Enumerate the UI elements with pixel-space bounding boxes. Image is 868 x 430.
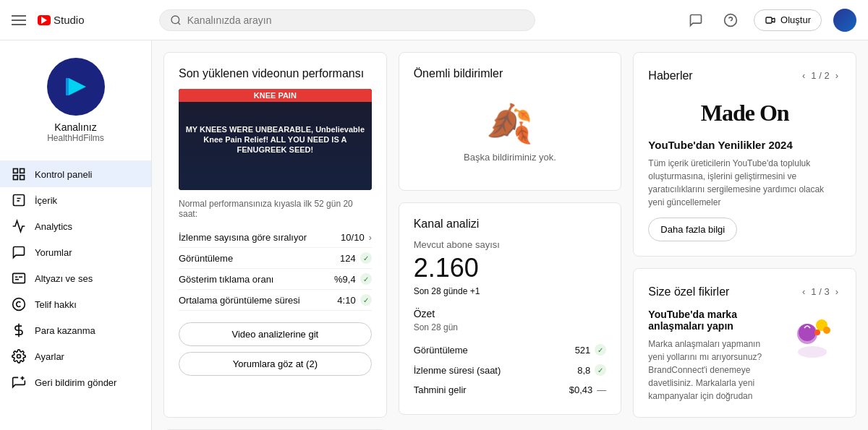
subtitles-icon (12, 271, 26, 285)
summary-status-0: ✓ (595, 344, 606, 356)
sidebar-item-feedback[interactable]: Geri bildirim gönder (0, 369, 151, 395)
help-icon[interactable] (719, 9, 742, 32)
sidebar-item-settings[interactable]: Ayarlar (0, 343, 151, 369)
subscriber-label: Mevcut abone sayısı (414, 239, 607, 250)
app-layout: Kanalınız HealthHdFilms Kontrol paneliİç… (0, 0, 868, 430)
perf-row-3: Ortalama görüntüleme süresi 4:10 ✓ (179, 290, 372, 311)
news-more-button[interactable]: Daha fazla bilgi (648, 218, 737, 241)
studio-text: Studio (54, 14, 85, 26)
header: Studio Oluştur (0, 0, 868, 40)
feedback-icon (12, 375, 26, 390)
logo: Studio (38, 14, 85, 26)
ideas-title: Size özel fikirler (648, 285, 799, 298)
comments-btn[interactable]: Yorumlara göz at (2) (179, 352, 372, 376)
video-title-overlay: MY KNEES WERE UNBEARABLE, Unbelievable K… (179, 121, 372, 158)
status-green-icon-3: ✓ (360, 294, 372, 306)
svg-rect-6 (20, 169, 25, 173)
notif-empty-text: Başka bildiriminiz yok. (464, 152, 556, 163)
news-body: Tüm içerik üreticilerin YouTube'da toplu… (648, 157, 841, 209)
perf-value-2: %9,4 (334, 274, 356, 285)
sidebar-item-monetization[interactable]: Para kazanma (0, 317, 151, 343)
channel-name: Kanalınız (54, 121, 96, 133)
user-avatar[interactable] (833, 9, 856, 32)
news-next-button[interactable]: › (833, 67, 841, 84)
dashboard-icon (12, 167, 26, 181)
sidebar-label-settings: Ayarlar (35, 351, 64, 362)
create-label: Oluştur (780, 14, 811, 25)
perf-label-2: Gösterim tıklama oranı (179, 274, 334, 285)
perf-value-0: 10/10 (341, 232, 365, 243)
summary-status-1: ✓ (595, 364, 606, 376)
summary-row-1: İzlenme süresi (saat) 8,8 ✓ (414, 360, 607, 380)
svg-rect-5 (14, 169, 18, 173)
perf-row-2: Gösterim tıklama oranı %9,4 ✓ (179, 269, 372, 290)
svg-point-23 (823, 327, 830, 334)
perf-label-3: Ortalama görüntüleme süresi (179, 295, 337, 306)
svg-point-19 (798, 346, 827, 358)
sidebar-label-content: İçerik (35, 195, 57, 206)
svg-point-0 (171, 16, 179, 24)
comments-icon (12, 245, 26, 259)
sidebar-item-dashboard[interactable]: Kontrol paneli (0, 161, 151, 187)
subscriber-change: Son 28 günde +1 (414, 286, 607, 296)
chevron-right-icon: › (369, 233, 372, 243)
create-button[interactable]: Oluştur (754, 9, 822, 31)
ideas-content: YouTube'da marka anlaşmaları yapın Marka… (648, 309, 841, 403)
comments-icon[interactable] (684, 9, 707, 32)
channel-avatar (47, 58, 105, 116)
right-column: Haberler ‹ 1 / 2 › Made On YouTube'dan Y… (633, 52, 856, 418)
perf-value-1: 124 (340, 253, 356, 264)
news-card: Haberler ‹ 1 / 2 › Made On YouTube'dan Y… (633, 52, 856, 257)
ideas-card: Size özel fikirler ‹ 1 / 3 › YouTube'da … (633, 268, 856, 418)
ideas-text: YouTube'da marka anlaşmaları yapın Marka… (648, 309, 775, 403)
perf-row-1: Görüntüleme 124 ✓ (179, 248, 372, 269)
ideas-header: Size özel fikirler ‹ 1 / 3 › (648, 283, 841, 300)
sidebar-label-subtitles: Altyazı ve ses (35, 273, 93, 284)
news-header: Haberler ‹ 1 / 2 › (648, 67, 841, 84)
sidebar: Kanalınız HealthHdFilms Kontrol paneliİç… (0, 40, 152, 430)
svg-rect-7 (20, 176, 25, 180)
svg-rect-8 (14, 176, 18, 180)
ideas-headline: YouTube'da marka anlaşmaları yapın (648, 309, 775, 332)
svg-marker-3 (69, 78, 86, 95)
sidebar-label-feedback: Geri bildirim gönder (35, 377, 116, 388)
sidebar-item-copyright[interactable]: Telif hakkı (0, 291, 151, 317)
sidebar-item-content[interactable]: İçerik (0, 187, 151, 213)
ideas-prev-button[interactable]: ‹ (799, 283, 808, 300)
video-thumbnail[interactable]: KNEE PAIN MY KNEES WERE UNBEARABLE, Unbe… (179, 89, 372, 190)
menu-button[interactable] (12, 15, 26, 25)
yt-play-icon (41, 17, 47, 24)
svg-point-24 (814, 330, 820, 335)
middle-column: Önemli bildirimler 🍂 Başka bildiriminiz … (399, 52, 622, 418)
summary-value-0: 521 (575, 345, 591, 356)
analytics-btn[interactable]: Video analizlerine git (179, 322, 372, 346)
news-headline: YouTube'dan Yenilikler 2024 (648, 139, 841, 151)
svg-rect-10 (13, 273, 25, 283)
made-on-logo: Made On (701, 100, 789, 126)
nav-container: Kontrol paneliİçerikAnalyticsYorumlarAlt… (0, 161, 151, 395)
notifications-title: Önemli bildirimler (414, 67, 607, 80)
status-green-icon-1: ✓ (360, 252, 372, 264)
news-nav: ‹ 1 / 2 › (799, 67, 841, 84)
perf-value-3: 4:10 (337, 295, 355, 306)
search-input[interactable] (187, 14, 524, 26)
channel-logo (61, 72, 90, 101)
channel-info: Kanalınız HealthHdFilms (0, 40, 151, 161)
ideas-next-button[interactable]: › (833, 283, 841, 300)
perf-label-0: İzlenme sayısına göre sıralıyor (179, 232, 341, 243)
sidebar-item-comments[interactable]: Yorumlar (0, 239, 151, 265)
ideas-svg (787, 312, 838, 363)
notifications-card: Önemli bildirimler 🍂 Başka bildiriminiz … (399, 52, 622, 191)
ideas-body: Marka anlaşmaları yapmanın yeni yolların… (648, 337, 775, 403)
sidebar-label-copyright: Telif hakkı (35, 299, 77, 310)
summary-label-1: İzlenme süresi (saat) (414, 365, 578, 376)
news-prev-button[interactable]: ‹ (799, 67, 808, 84)
notif-illustration: 🍂 (486, 102, 533, 146)
sidebar-item-analytics[interactable]: Analytics (0, 213, 151, 239)
sidebar-item-subtitles[interactable]: Altyazı ve ses (0, 265, 151, 291)
copyright-icon (12, 297, 26, 311)
summary-label-0: Görüntüleme (414, 345, 575, 356)
summary-status-2: — (597, 384, 606, 395)
main-content: Son yüklenen videonun performansı KNEE P… (152, 40, 868, 430)
svg-marker-4 (66, 78, 69, 95)
